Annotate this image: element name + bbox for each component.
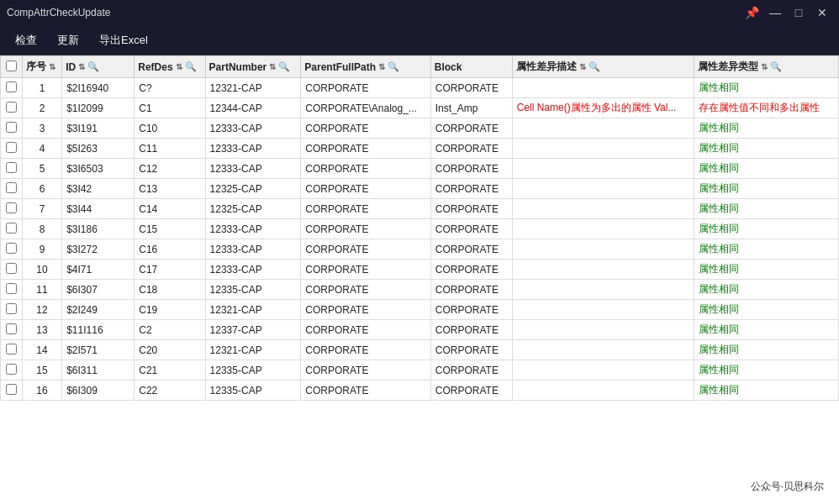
row-checkbox[interactable]: [6, 364, 17, 375]
cell-refdes: C17: [135, 260, 205, 280]
cell-attrtype: 属性相同: [694, 118, 838, 139]
row-checkbox-cell[interactable]: [1, 340, 23, 360]
close-button[interactable]: ✕: [812, 4, 832, 21]
cell-refdes: C?: [135, 78, 205, 98]
table-row[interactable]: 15 $6I311 C21 12335-CAP CORPORATE CORPOR…: [1, 360, 839, 381]
table-row[interactable]: 10 $4I71 C17 12333-CAP CORPORATE CORPORA…: [1, 260, 839, 280]
row-checkbox[interactable]: [6, 283, 17, 294]
row-checkbox[interactable]: [6, 223, 17, 234]
table-container[interactable]: 序号 ⇅ ID ⇅ 🔍 RefDes ⇅ 🔍: [0, 55, 839, 504]
table-row[interactable]: 2 $1I2099 C1 12344-CAP CORPORATE\Analog_…: [1, 98, 839, 118]
header-parentfullpath-label: ParentFullPath: [304, 61, 376, 73]
table-row[interactable]: 4 $5I263 C11 12333-CAP CORPORATE CORPORA…: [1, 139, 839, 159]
filter-icon-refdes[interactable]: 🔍: [185, 61, 197, 72]
row-checkbox-cell[interactable]: [1, 179, 23, 199]
table-row[interactable]: 6 $3I42 C13 12325-CAP CORPORATE CORPORAT…: [1, 179, 839, 199]
row-checkbox[interactable]: [6, 102, 17, 113]
cell-block: CORPORATE: [430, 239, 512, 260]
row-checkbox-cell[interactable]: [1, 381, 23, 401]
row-checkbox-cell[interactable]: [1, 360, 23, 381]
row-checkbox-cell[interactable]: [1, 78, 23, 98]
table-row[interactable]: 3 $3I191 C10 12333-CAP CORPORATE CORPORA…: [1, 118, 839, 139]
sort-icon-partnumber[interactable]: ⇅: [269, 62, 276, 71]
cell-seq: 7: [22, 199, 61, 219]
cell-partnumber: 12333-CAP: [205, 239, 301, 260]
cell-partnumber: 12335-CAP: [205, 360, 301, 381]
select-all-checkbox[interactable]: [6, 60, 17, 71]
row-checkbox[interactable]: [6, 81, 17, 92]
menu-item-update[interactable]: 更新: [49, 29, 87, 51]
row-checkbox-cell[interactable]: [1, 280, 23, 300]
filter-icon-partnumber[interactable]: 🔍: [278, 61, 290, 72]
table-row[interactable]: 11 $6I307 C18 12335-CAP CORPORATE CORPOR…: [1, 280, 839, 300]
sort-icon-attrdiff[interactable]: ⇅: [579, 62, 586, 71]
minimize-button[interactable]: —: [765, 4, 785, 21]
row-checkbox-cell[interactable]: [1, 159, 23, 179]
menu-item-export[interactable]: 导出Excel: [91, 29, 156, 51]
row-checkbox[interactable]: [6, 384, 17, 395]
sort-icon-attrtype[interactable]: ⇅: [761, 62, 768, 71]
menu-item-check[interactable]: 检查: [7, 29, 45, 51]
cell-id: $2I249: [62, 300, 135, 320]
table-row[interactable]: 7 $3I44 C14 12325-CAP CORPORATE CORPORAT…: [1, 199, 839, 219]
row-checkbox-cell[interactable]: [1, 239, 23, 260]
table-row[interactable]: 12 $2I249 C19 12321-CAP CORPORATE CORPOR…: [1, 300, 839, 320]
row-checkbox[interactable]: [6, 142, 17, 153]
pin-button[interactable]: 📌: [741, 4, 762, 21]
header-checkbox[interactable]: [1, 56, 23, 78]
sort-icon-parentfullpath[interactable]: ⇅: [378, 62, 385, 71]
sort-icon-id[interactable]: ⇅: [78, 62, 85, 71]
row-checkbox-cell[interactable]: [1, 199, 23, 219]
table-row[interactable]: 14 $2I571 C20 12321-CAP CORPORATE CORPOR…: [1, 340, 839, 360]
attrtype-value: 属性相同: [699, 122, 739, 134]
header-block-label: Block: [435, 61, 462, 73]
filter-icon-attrdiff[interactable]: 🔍: [588, 61, 600, 72]
cell-parentfullpath: CORPORATE: [301, 118, 430, 139]
sort-icon-seq[interactable]: ⇅: [49, 62, 55, 71]
table-row[interactable]: 16 $6I309 C22 12335-CAP CORPORATE CORPOR…: [1, 381, 839, 401]
main-table: 序号 ⇅ ID ⇅ 🔍 RefDes ⇅ 🔍: [0, 55, 839, 401]
cell-attrdiff: [512, 239, 694, 260]
row-checkbox[interactable]: [6, 263, 17, 274]
table-header-row: 序号 ⇅ ID ⇅ 🔍 RefDes ⇅ 🔍: [1, 56, 839, 78]
row-checkbox[interactable]: [6, 344, 17, 354]
cell-partnumber: 12321-CAP: [205, 300, 301, 320]
maximize-button[interactable]: □: [789, 4, 809, 21]
cell-parentfullpath: CORPORATE: [301, 360, 430, 381]
row-checkbox-cell[interactable]: [1, 320, 23, 340]
filter-icon-attrtype[interactable]: 🔍: [770, 61, 782, 72]
row-checkbox-cell[interactable]: [1, 139, 23, 159]
table-row[interactable]: 13 $11I116 C2 12337-CAP CORPORATE CORPOR…: [1, 320, 839, 340]
row-checkbox-cell[interactable]: [1, 98, 23, 118]
cell-refdes: C14: [135, 199, 205, 219]
row-checkbox-cell[interactable]: [1, 300, 23, 320]
cell-id: $11I116: [62, 320, 135, 340]
row-checkbox-cell[interactable]: [1, 118, 23, 139]
table-row[interactable]: 1 $2I16940 C? 12321-CAP CORPORATE CORPOR…: [1, 78, 839, 98]
row-checkbox-cell[interactable]: [1, 260, 23, 280]
row-checkbox[interactable]: [6, 303, 17, 314]
cell-partnumber: 12333-CAP: [205, 118, 301, 139]
cell-parentfullpath: CORPORATE: [301, 78, 430, 98]
row-checkbox[interactable]: [6, 162, 17, 173]
table-row[interactable]: 9 $3I272 C16 12333-CAP CORPORATE CORPORA…: [1, 239, 839, 260]
cell-partnumber: 12335-CAP: [205, 381, 301, 401]
row-checkbox-cell[interactable]: [1, 219, 23, 239]
row-checkbox[interactable]: [6, 182, 17, 193]
row-checkbox[interactable]: [6, 323, 17, 334]
row-checkbox[interactable]: [6, 202, 17, 213]
attrtype-value: 属性相同: [699, 323, 739, 335]
row-checkbox[interactable]: [6, 243, 17, 254]
filter-icon-id[interactable]: 🔍: [87, 61, 99, 72]
row-checkbox[interactable]: [6, 122, 17, 133]
table-row[interactable]: 5 $3I6503 C12 12333-CAP CORPORATE CORPOR…: [1, 159, 839, 179]
cell-attrdiff: Cell Name()属性为多出的属性 Val...: [512, 98, 694, 118]
header-attrtype-label: 属性差异类型: [698, 60, 758, 74]
cell-seq: 13: [22, 320, 61, 340]
cell-refdes: C12: [135, 159, 205, 179]
cell-parentfullpath: CORPORATE: [301, 199, 430, 219]
table-row[interactable]: 8 $3I186 C15 12333-CAP CORPORATE CORPORA…: [1, 219, 839, 239]
sort-icon-refdes[interactable]: ⇅: [176, 62, 182, 71]
cell-attrdiff: [512, 320, 694, 340]
filter-icon-parentfullpath[interactable]: 🔍: [388, 61, 399, 72]
